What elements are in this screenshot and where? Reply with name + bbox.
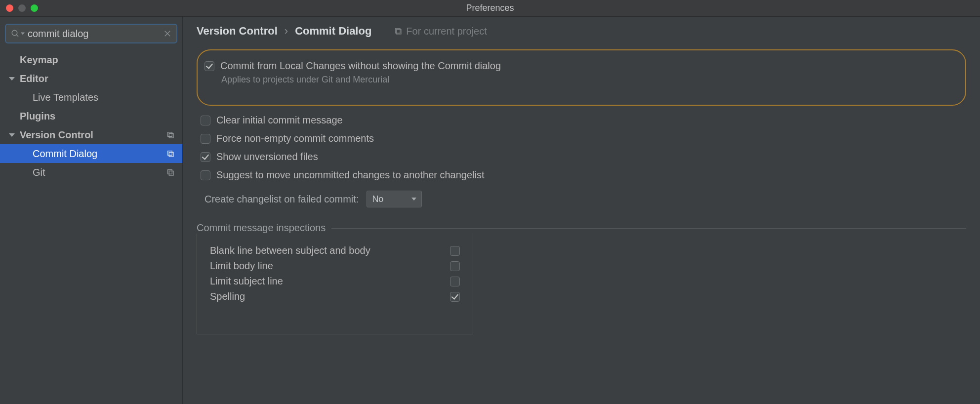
clear-initial-checkbox[interactable]: [201, 116, 210, 125]
window-controls: [6, 4, 38, 12]
inspection-row[interactable]: Limit subject line: [210, 274, 460, 289]
sidebar-item-live-templates[interactable]: Live Templates: [0, 88, 182, 107]
zoom-window-button[interactable]: [31, 4, 38, 12]
sidebar-item-git[interactable]: Git: [0, 163, 182, 182]
show-unversioned-checkbox[interactable]: [201, 152, 210, 162]
sidebar-item-commit-dialog[interactable]: Commit Dialog: [0, 144, 182, 163]
commit-from-local-hint: Applies to projects under Git and Mercur…: [221, 75, 958, 85]
window-title: Preferences: [466, 3, 514, 13]
sidebar-item-label: Plugins: [20, 111, 55, 122]
inspection-checkbox[interactable]: [450, 292, 460, 302]
project-scope-icon: [394, 27, 402, 35]
project-scope-icon: [166, 131, 174, 139]
inspection-checkbox[interactable]: [450, 246, 460, 256]
svg-point-0: [12, 30, 17, 36]
force-nonempty-label: Force non-empty commit comments: [216, 133, 374, 144]
create-changelist-label: Create changelist on failed commit:: [204, 194, 359, 205]
project-scope-icon: [166, 168, 174, 176]
chevron-down-icon: [411, 198, 416, 201]
svg-rect-8: [168, 170, 172, 174]
sidebar-item-label: Git: [33, 167, 45, 178]
inspection-row[interactable]: Limit body line: [210, 258, 460, 274]
inspection-label: Limit body line: [210, 260, 273, 272]
scope-hint: For current project: [394, 26, 487, 37]
svg-rect-6: [168, 151, 172, 156]
suggest-move-label: Suggest to move uncommitted changes to a…: [216, 169, 485, 181]
commit-from-local-checkbox[interactable]: [204, 61, 214, 71]
create-changelist-value: No: [372, 194, 383, 204]
sidebar-item-plugins[interactable]: Plugins: [0, 107, 182, 125]
sidebar-item-label: Editor: [20, 73, 48, 84]
close-window-button[interactable]: [6, 4, 13, 12]
clear-initial-label: Clear initial commit message: [216, 115, 343, 126]
sidebar-item-label: Live Templates: [33, 92, 98, 103]
inspections-list: Blank line between subject and bodyLimit…: [197, 233, 473, 334]
svg-rect-5: [169, 133, 173, 138]
clear-search-icon[interactable]: [163, 30, 171, 38]
sidebar-item-label: Version Control: [20, 129, 93, 141]
force-nonempty-checkbox[interactable]: [201, 134, 210, 144]
inspection-checkbox[interactable]: [450, 277, 460, 286]
search-input[interactable]: [5, 24, 177, 43]
inspection-row[interactable]: Spelling: [210, 289, 460, 304]
svg-rect-9: [169, 171, 173, 175]
svg-rect-7: [169, 152, 173, 157]
suggest-move-checkbox[interactable]: [201, 170, 210, 180]
disclosure-arrow-icon[interactable]: [9, 133, 15, 137]
show-unversioned-label: Show unversioned files: [216, 151, 318, 162]
chevron-right-icon: ›: [285, 25, 288, 38]
disclosure-arrow-icon[interactable]: [9, 77, 15, 81]
project-scope-icon: [166, 150, 174, 158]
sidebar-item-label: Keymap: [20, 54, 58, 66]
inspection-checkbox[interactable]: [450, 261, 460, 271]
create-changelist-select[interactable]: No: [367, 191, 422, 207]
minimize-window-button[interactable]: [18, 4, 26, 12]
commit-from-local-label: Commit from Local Changes without showin…: [220, 60, 501, 72]
inspection-label: Blank line between subject and body: [210, 245, 370, 256]
inspection-label: Limit subject line: [210, 276, 283, 287]
settings-main-panel: Version Control › Commit Dialog For curr…: [183, 17, 980, 404]
titlebar: Preferences: [0, 0, 980, 17]
breadcrumb-parent[interactable]: Version Control: [197, 25, 278, 38]
sidebar-item-editor[interactable]: Editor: [0, 69, 182, 88]
svg-rect-4: [168, 132, 172, 137]
svg-line-1: [16, 35, 18, 37]
highlighted-setting: Commit from Local Changes without showin…: [197, 49, 966, 106]
sidebar-item-keymap[interactable]: Keymap: [0, 50, 182, 69]
inspection-row[interactable]: Blank line between subject and body: [210, 243, 460, 258]
breadcrumb-current: Commit Dialog: [295, 25, 371, 38]
sidebar-item-label: Commit Dialog: [33, 148, 97, 160]
inspections-title: Commit message inspections: [197, 222, 331, 234]
breadcrumb: Version Control › Commit Dialog For curr…: [197, 25, 966, 38]
settings-tree: KeymapEditorLive TemplatesPluginsVersion…: [0, 50, 182, 182]
search-icon: [11, 29, 20, 38]
sidebar-item-version-control[interactable]: Version Control: [0, 125, 182, 144]
preferences-sidebar: KeymapEditorLive TemplatesPluginsVersion…: [0, 17, 183, 404]
search-history-dropdown-icon[interactable]: [21, 33, 25, 35]
inspection-label: Spelling: [210, 291, 245, 302]
